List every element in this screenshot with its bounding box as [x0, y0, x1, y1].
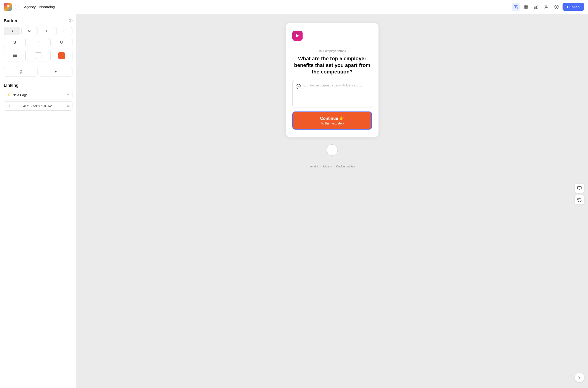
back-button[interactable]: ‹ [15, 4, 21, 10]
svg-rect-1 [526, 5, 528, 6]
desktop-view-button[interactable] [575, 183, 584, 193]
page-title: Agency Onboarding [24, 5, 509, 9]
size-xl-button[interactable]: XL [56, 27, 72, 35]
settings-icon-button[interactable] [552, 3, 561, 11]
button-section-header: Button ⓘ [4, 19, 72, 24]
svg-rect-0 [524, 5, 525, 6]
bold-button[interactable]: B [4, 38, 26, 47]
phone-card: Your employer brand What are the top 5 e… [286, 23, 378, 137]
user-icon-button[interactable] [542, 3, 550, 11]
style-selector [4, 50, 72, 61]
chart-icon-button[interactable] [532, 3, 540, 11]
copy-icon[interactable]: ⧉ [67, 104, 69, 108]
svg-rect-6 [537, 5, 538, 9]
size-l-button[interactable]: L [39, 27, 55, 35]
help-button[interactable]: ? [575, 373, 584, 383]
card-subtitle: Your employer brand [292, 49, 372, 53]
svg-rect-11 [13, 56, 17, 57]
canvas-area: Your employer brand What are the top 5 e… [76, 14, 588, 388]
id-value: 64ca1885f42eb50014e... [22, 104, 55, 108]
size-s-button[interactable]: S [4, 27, 20, 35]
grid-icon-button[interactable] [522, 3, 530, 11]
link-label: Next Page [13, 93, 27, 97]
header: P ‹ Agency Onboarding [0, 0, 588, 14]
svg-rect-3 [526, 7, 528, 9]
svg-rect-5 [536, 6, 536, 9]
sidebar: Button ⓘ S M L XL B I U [0, 14, 76, 388]
cookie-policies-link[interactable]: Cookie policies [336, 165, 355, 168]
right-toolbar [575, 183, 584, 205]
undo-button[interactable] [575, 195, 584, 205]
id-label: ID [7, 104, 10, 108]
element-id-row: ID 64ca1885f42eb50014e... ⧉ [4, 101, 72, 111]
underline-button[interactable]: U [50, 38, 72, 47]
lightning-icon: ⚡ [7, 93, 11, 97]
next-page-link[interactable]: ⚡ Next Page ⌄ ⌃ [4, 91, 72, 99]
format-selector: B I U [4, 38, 72, 47]
white-swatch [35, 52, 42, 59]
canvas-footer: Imprint · Privacy · Cookie policies [309, 165, 355, 168]
textarea-placeholder: 1. mid-size company car with fuel card .… [303, 83, 362, 87]
publish-button[interactable]: Publish [563, 3, 584, 11]
header-toolbar: Publish [512, 3, 584, 11]
size-m-button[interactable]: M [21, 27, 38, 35]
svg-rect-9 [13, 54, 17, 54]
white-color-button[interactable] [27, 50, 49, 61]
add-section-button[interactable]: + [327, 145, 338, 156]
svg-point-7 [545, 5, 547, 7]
icon-selector: @ ✦ [4, 67, 72, 76]
info-icon[interactable]: ⓘ [69, 19, 72, 24]
imprint-link[interactable]: Imprint [309, 165, 318, 168]
svg-rect-2 [524, 7, 525, 9]
answer-textarea[interactable]: 💬 1. mid-size company car with fuel card… [292, 80, 372, 108]
separator-1: · [320, 165, 321, 168]
svg-marker-12 [296, 34, 299, 38]
edit-icon-button[interactable] [512, 3, 520, 11]
italic-button[interactable]: I [27, 38, 49, 47]
privacy-link[interactable]: Privacy [323, 165, 331, 168]
linking-section-header: Linking [4, 83, 72, 88]
continue-sub-text: To the next step [297, 121, 368, 125]
app-logo: P [4, 3, 12, 11]
chat-icon: 💬 [296, 84, 301, 89]
svg-point-8 [556, 6, 557, 7]
align-button[interactable] [4, 50, 26, 61]
play-logo [292, 31, 303, 41]
card-title: What are the top 5 employer benefits tha… [292, 55, 372, 75]
continue-main-text: Continue 👉 [297, 116, 368, 121]
at-icon-button[interactable]: @ [4, 67, 38, 76]
question-mark-icon: ? [578, 375, 580, 380]
sparkle-icon-button[interactable]: ✦ [39, 67, 73, 76]
separator-2: · [334, 165, 334, 168]
continue-button[interactable]: Continue 👉 To the next step [292, 112, 372, 130]
orange-swatch [58, 52, 65, 59]
chevron-up-down-icon: ⌄ ⌃ [63, 93, 69, 97]
orange-color-button[interactable] [50, 50, 72, 61]
main-layout: Button ⓘ S M L XL B I U [0, 14, 588, 388]
svg-rect-10 [13, 55, 17, 56]
size-selector: S M L XL [4, 27, 72, 35]
svg-rect-4 [534, 7, 535, 9]
svg-rect-13 [578, 187, 582, 189]
